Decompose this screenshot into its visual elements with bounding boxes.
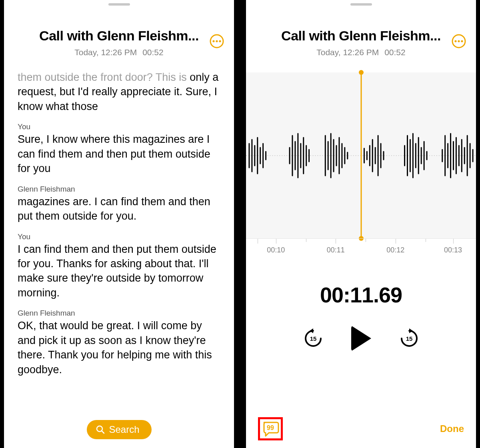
transcript-lead: them outside the front door? This is onl… <box>18 70 220 114</box>
recording-subline: Today, 12:26 PM 00:52 <box>16 48 222 57</box>
svg-point-9 <box>461 40 463 42</box>
ruler-label: 00:10 <box>267 246 285 254</box>
transcript-block: Glenn Fleishman magazines are. I can fin… <box>18 185 220 224</box>
play-icon <box>351 326 371 351</box>
recording-subline: Today, 12:26 PM 00:52 <box>258 48 464 57</box>
recording-duration: 00:52 <box>142 48 164 57</box>
search-label: Search <box>109 424 139 435</box>
recording-date: Today, 12:26 PM <box>316 48 379 57</box>
transcript-screen: Call with Glenn Fleishm... Today, 12:26 … <box>4 0 234 448</box>
svg-point-8 <box>458 40 460 42</box>
svg-line-5 <box>101 431 104 433</box>
time-ruler: 00:10 00:11 00:12 00:13 <box>246 238 476 262</box>
svg-marker-66 <box>409 328 413 333</box>
transcript-lead-faded: them outside the front door? This is <box>18 71 187 83</box>
skip-forward-icon: 15 <box>399 328 419 348</box>
transcript-block: You I can find them and then put them ou… <box>18 232 220 300</box>
speech-bubble-quote-icon: 99 <box>262 421 279 437</box>
recording-date: Today, 12:26 PM <box>74 48 137 57</box>
search-icon <box>95 425 105 434</box>
speech-text: Sure, I know where this magazines are I … <box>18 132 220 176</box>
transcript-button-highlight: 99 <box>258 417 283 440</box>
transcript-button[interactable]: 99 <box>262 421 279 437</box>
speaker-label: Glenn Fleishman <box>18 309 220 318</box>
svg-text:15: 15 <box>406 335 412 342</box>
skip-back-icon: 15 <box>303 328 323 348</box>
recording-title: Call with Glenn Fleishm... <box>16 28 222 44</box>
svg-point-7 <box>454 40 456 42</box>
svg-text:99: 99 <box>267 424 274 431</box>
home-indicator <box>246 0 476 6</box>
ruler-label: 00:11 <box>327 246 345 254</box>
speech-text: magazines are. I can find them and then … <box>18 194 220 224</box>
speaker-label: You <box>18 122 220 131</box>
ellipsis-circle-icon <box>209 34 224 49</box>
svg-point-2 <box>216 40 218 42</box>
search-button[interactable]: Search <box>86 420 151 439</box>
speaker-label: Glenn Fleishman <box>18 185 220 194</box>
recording-header: Call with Glenn Fleishm... Today, 12:26 … <box>4 6 234 60</box>
svg-marker-64 <box>310 328 313 333</box>
done-button[interactable]: Done <box>440 423 464 434</box>
svg-point-3 <box>219 40 221 42</box>
bottom-toolbar: 99 Done <box>246 410 476 448</box>
more-options-button[interactable] <box>451 34 466 49</box>
speech-text: OK, that would be great. I will come by … <box>18 318 220 377</box>
play-button[interactable] <box>351 326 371 351</box>
playback-screen: Call with Glenn Fleishm... Today, 12:26 … <box>246 0 476 448</box>
transcript-block: You Sure, I know where this magazines ar… <box>18 122 220 176</box>
ruler-label: 00:13 <box>444 246 462 254</box>
transcript-block: Glenn Fleishman OK, that would be great.… <box>18 309 220 377</box>
svg-point-1 <box>212 40 214 42</box>
skip-back-15-button[interactable]: 15 <box>303 328 323 348</box>
recording-title: Call with Glenn Fleishm... <box>258 28 464 44</box>
transcript-scroll[interactable]: them outside the front door? This is onl… <box>4 60 234 448</box>
home-indicator <box>4 0 234 6</box>
current-time: 00:11.69 <box>246 282 476 307</box>
ellipsis-circle-icon <box>451 34 466 49</box>
ruler-label: 00:12 <box>386 246 404 254</box>
speech-text: I can find them and then put them outsid… <box>18 242 220 300</box>
recording-duration: 00:52 <box>384 48 406 57</box>
waveform-scrubber[interactable] <box>246 72 476 238</box>
svg-text:15: 15 <box>310 335 316 342</box>
recording-header: Call with Glenn Fleishm... Today, 12:26 … <box>246 6 476 60</box>
playback-controls: 15 15 <box>246 326 476 351</box>
skip-forward-15-button[interactable]: 15 <box>399 328 419 348</box>
playhead[interactable] <box>360 72 362 238</box>
playhead-handle-top[interactable] <box>359 70 364 75</box>
speaker-label: You <box>18 232 220 241</box>
more-options-button[interactable] <box>209 34 224 49</box>
